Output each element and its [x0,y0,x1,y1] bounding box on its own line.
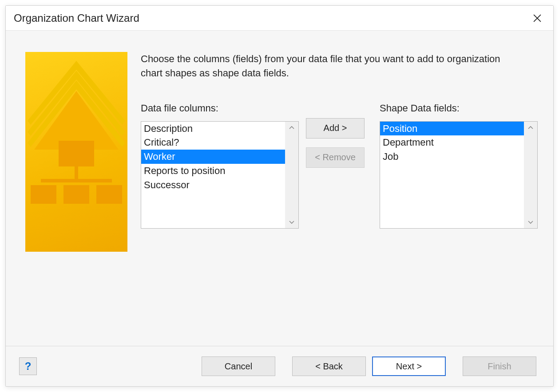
scroll-up-icon[interactable] [285,122,298,133]
shape-data-fields-block: Shape Data fields: PositionDepartmentJob [380,103,538,229]
data-file-columns-listbox[interactable]: DescriptionCritical?WorkerReports to pos… [141,121,299,229]
add-button[interactable]: Add > [306,118,365,139]
wizard-dialog: Organization Chart Wizard Choose the col… [5,5,554,387]
list-item[interactable]: Position [380,122,524,136]
content-area: Choose the columns (fields) from your da… [6,30,553,346]
back-button[interactable]: < Back [292,356,366,376]
scrollbar[interactable] [524,122,537,228]
list-item[interactable]: Department [380,135,524,150]
footer: ? Cancel < Back Next > Finish [6,346,553,386]
close-icon [533,14,541,22]
svg-rect-8 [41,179,112,182]
wizard-step-content: Choose the columns (fields) from your da… [141,52,540,346]
scroll-up-icon[interactable] [524,122,537,133]
svg-rect-11 [96,185,122,204]
wizard-illustration [25,52,127,252]
svg-rect-9 [31,185,56,204]
data-file-columns-label: Data file columns: [141,103,299,114]
remove-button[interactable]: < Remove [306,147,365,168]
org-chart-icon [25,52,127,252]
help-icon: ? [25,360,32,372]
columns-area: Data file columns: DescriptionCritical?W… [141,103,540,229]
scrollbar[interactable] [285,122,298,228]
scroll-down-icon[interactable] [285,217,298,228]
shape-data-fields-label: Shape Data fields: [380,103,538,114]
cancel-button[interactable]: Cancel [202,356,275,376]
scroll-down-icon[interactable] [524,217,537,228]
data-file-columns-block: Data file columns: DescriptionCritical?W… [141,103,299,229]
list-item[interactable]: Job [380,150,524,164]
dialog-title: Organization Chart Wizard [14,12,139,24]
help-button[interactable]: ? [19,357,37,375]
next-button[interactable]: Next > [372,356,446,376]
list-item[interactable]: Description [141,122,285,136]
close-button[interactable] [529,10,545,26]
shape-data-fields-listbox[interactable]: PositionDepartmentJob [380,121,538,229]
list-item[interactable]: Successor [141,178,285,192]
svg-rect-10 [63,185,89,204]
list-item[interactable]: Worker [141,150,285,164]
svg-rect-6 [59,141,94,166]
list-item[interactable]: Reports to position [141,164,285,178]
transfer-buttons: Add > < Remove [306,118,365,168]
svg-rect-7 [75,166,78,180]
finish-button[interactable]: Finish [463,356,536,376]
titlebar: Organization Chart Wizard [6,6,553,30]
instruction-text: Choose the columns (fields) from your da… [141,52,509,80]
list-item[interactable]: Critical? [141,135,285,150]
